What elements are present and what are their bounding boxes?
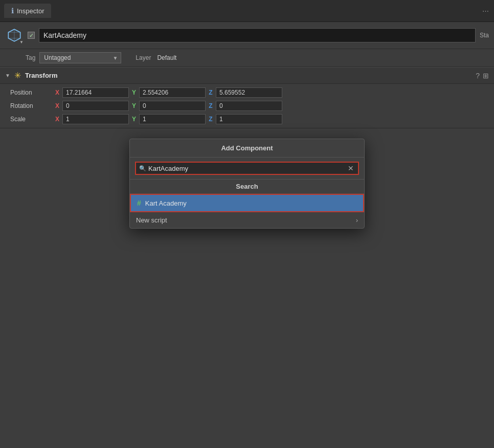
object-header: ▼ ✓ Sta <box>0 22 494 49</box>
kart-academy-result[interactable]: # Kart Academy <box>130 194 364 212</box>
section-actions: ? ⊞ <box>476 72 489 80</box>
info-icon: ℹ <box>11 7 14 15</box>
rotation-z-axis: Z <box>208 102 214 109</box>
position-xyz: X Y Z <box>54 87 489 98</box>
scale-label: Scale <box>10 116 51 123</box>
position-z-axis: Z <box>208 89 214 96</box>
add-component-dialog: Add Component 🔍 ✕ Search # Kart Academy … <box>129 139 365 229</box>
new-script-label: New script <box>136 216 167 224</box>
search-clear-button[interactable]: ✕ <box>347 164 355 172</box>
scale-x-input[interactable] <box>62 114 129 124</box>
tag-label: Tag <box>26 54 35 61</box>
position-x-axis: X <box>54 89 60 96</box>
dialog-title: Add Component <box>221 144 273 152</box>
tag-layer-row: Tag Untagged ▼ Layer Default <box>0 49 494 67</box>
transform-fields: Position X Y Z Rotation X Y Z <box>0 84 494 128</box>
scale-row: Scale X Y Z <box>0 113 494 126</box>
static-label: Sta <box>480 32 489 39</box>
scale-y-input[interactable] <box>139 114 206 124</box>
position-label: Position <box>10 89 51 96</box>
tag-dropdown-arrow: ▼ <box>113 55 118 61</box>
search-category: Search <box>130 180 364 194</box>
transform-title: Transform <box>25 72 471 79</box>
rotation-label: Rotation <box>10 102 51 109</box>
main-content: Add Component 🔍 ✕ Search # Kart Academy … <box>0 128 494 448</box>
dialog-header: Add Component <box>130 139 364 158</box>
rotation-y-input[interactable] <box>139 101 206 111</box>
rotation-y-axis: Y <box>131 102 137 109</box>
position-row: Position X Y Z <box>0 86 494 99</box>
script-hash-icon: # <box>137 199 141 207</box>
rotation-x-input[interactable] <box>62 101 129 111</box>
scale-x-axis: X <box>54 116 60 123</box>
active-checkbox[interactable]: ✓ <box>28 32 35 39</box>
scale-y-axis: Y <box>131 116 137 123</box>
layer-value: Default <box>157 54 176 61</box>
position-x-input[interactable] <box>62 87 129 98</box>
collapse-arrow[interactable]: ▼ <box>5 73 10 78</box>
search-row: 🔍 ✕ <box>130 158 364 180</box>
kart-academy-label: Kart Academy <box>145 199 187 207</box>
transform-settings-button[interactable]: ⊞ <box>483 72 489 80</box>
search-icon: 🔍 <box>139 165 146 172</box>
layer-label: Layer <box>136 54 151 61</box>
scale-z-axis: Z <box>208 116 214 123</box>
position-z-input[interactable] <box>216 87 282 98</box>
transform-icon: ✳ <box>14 71 21 80</box>
component-search-input[interactable] <box>148 165 345 172</box>
scale-xyz: X Y Z <box>54 114 489 124</box>
rotation-row: Rotation X Y Z <box>0 99 494 113</box>
new-script-item[interactable]: New script › <box>130 212 364 228</box>
chevron-right-icon: › <box>356 217 358 224</box>
cube-dropdown-arrow[interactable]: ▼ <box>19 40 24 44</box>
scale-z-input[interactable] <box>216 114 282 124</box>
tag-dropdown[interactable]: Untagged ▼ <box>39 52 121 63</box>
rotation-z-input[interactable] <box>216 101 282 111</box>
inspector-tab[interactable]: ℹ Inspector <box>4 4 51 18</box>
search-box-wrapper: 🔍 ✕ <box>135 162 359 175</box>
rotation-x-axis: X <box>54 102 60 109</box>
rotation-xyz: X Y Z <box>54 101 489 111</box>
position-y-input[interactable] <box>139 87 206 98</box>
object-name-input[interactable] <box>39 28 476 42</box>
tab-label: Inspector <box>17 7 44 15</box>
tab-extra: ⋯ <box>482 7 494 15</box>
cube-icon: ▼ <box>5 26 24 44</box>
tag-value: Untagged <box>44 54 71 61</box>
position-y-axis: Y <box>131 89 137 96</box>
transform-section-header: ▼ ✳ Transform ? ⊞ <box>0 67 494 84</box>
help-button[interactable]: ? <box>476 72 480 80</box>
tab-bar: ℹ Inspector ⋯ <box>0 0 494 22</box>
